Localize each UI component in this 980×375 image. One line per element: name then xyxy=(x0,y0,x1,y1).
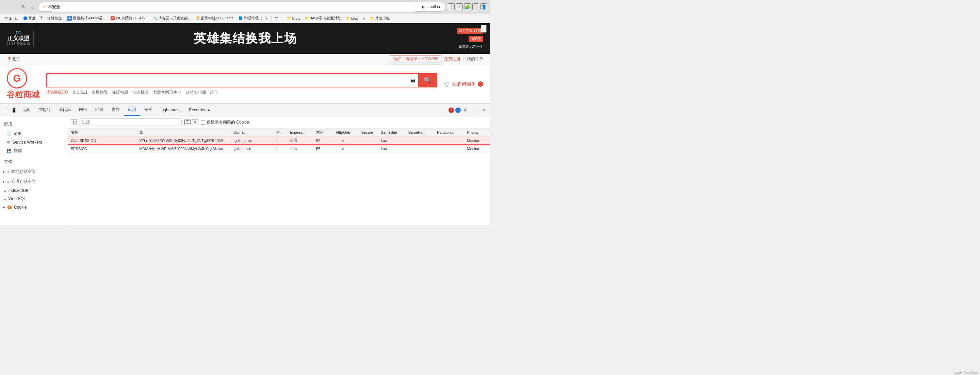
bookmark-oj[interactable]: 🏆 宿州学院OJ | Home xyxy=(194,15,235,21)
tab-security[interactable]: 安全 xyxy=(140,104,156,116)
ad-promo1: 满分下单 ¥119 xyxy=(457,28,483,34)
window-button[interactable]: ⬜ xyxy=(472,3,479,10)
settings-icon[interactable]: ⚙ xyxy=(462,106,469,114)
cookie-group[interactable]: ▶ 🍪 Cookie xyxy=(0,203,68,212)
home-button[interactable]: ⌂ xyxy=(29,3,36,10)
table-row[interactable]: SESSION MDMzNjkzMWEtMWZiYi00NWMyLWJhYzgt… xyxy=(68,145,490,153)
more-options-icon[interactable]: ⋮ xyxy=(471,106,479,114)
search-tag-6[interactable]: 超市 xyxy=(210,89,218,95)
site-logo-area: G 谷粒商城 xyxy=(7,68,40,100)
camera-icon[interactable]: 📷 xyxy=(408,78,418,83)
storage-section: 存储 ▶ ≡ 本地存储空间 ▶ ≡ 会话存储空间 ≡ IndexedDB ≡ xyxy=(0,157,68,212)
tab-console[interactable]: 控制台 xyxy=(34,104,54,116)
bookmark-button[interactable]: ☆ xyxy=(456,3,463,10)
search-button[interactable]: 🔍 xyxy=(418,74,437,87)
tab-application[interactable]: 应用 xyxy=(124,104,140,116)
search-tag-2[interactable]: 保暖特惠 xyxy=(112,89,128,95)
table-header-row: 名称 值 Domain P... Expires... 大小 HttpOnly … xyxy=(68,128,490,137)
bookmark-bilibili-label: 哔哩哔哩（゜-゜）つ... xyxy=(243,16,282,21)
bookmark-more[interactable]: » xyxy=(361,16,367,21)
cart-button[interactable]: 🛒 我的购物车 0 xyxy=(444,81,483,87)
bookmark-csdn[interactable]: C (36条消息) CSDN... xyxy=(108,15,150,21)
register-button[interactable]: 免费注册 xyxy=(444,56,460,62)
inspect-element-icon[interactable]: ⬚ xyxy=(3,106,10,114)
local-storage-icon: ≡ xyxy=(7,170,9,174)
cookie-httponly-1: ✓ xyxy=(331,145,356,153)
info-badge: 1 xyxy=(455,108,461,113)
login-prompt[interactable]: 你好，请登录：HGW689 xyxy=(390,55,441,63)
indexeddb-label: IndexedDB xyxy=(8,188,28,193)
bookmark-gmail[interactable]: ✉ Gmail xyxy=(3,16,21,21)
sidebar-item-websql[interactable]: ≡ Web SQL xyxy=(0,195,68,203)
session-storage-group[interactable]: ▶ ≡ 会话存储空间 xyxy=(0,176,68,186)
refresh-cookies-button[interactable]: ↻ xyxy=(71,119,77,125)
refresh-button[interactable]: ↻ xyxy=(21,3,27,10)
filter-options-button[interactable]: ☰ xyxy=(185,119,191,125)
bookmark-java[interactable]: 📁 JAVA学习就业计划 xyxy=(303,15,343,21)
devtools: ⬚ 📱 元素 控制台 源代码 网络 性能 内存 应用 安全 Lighthouse… xyxy=(0,103,490,225)
cookie-label: Cookie xyxy=(14,205,27,210)
extension-button[interactable]: 🧩 xyxy=(464,3,471,10)
expand-session-storage-icon: ▶ xyxy=(3,180,5,183)
tab-performance[interactable]: 性能 xyxy=(91,104,108,116)
th-domain: Domain xyxy=(231,128,274,137)
search-tag-3[interactable]: 洗衣机节 xyxy=(132,89,149,95)
forward-button[interactable]: → xyxy=(11,3,18,10)
expand-cookie-icon: ▶ xyxy=(3,205,5,209)
storage-section-title: 存储 xyxy=(0,157,68,167)
tab-recorder[interactable]: Recorder ▲ xyxy=(185,105,215,116)
sidebar-item-indexeddb[interactable]: ≡ IndexedDB xyxy=(0,186,68,195)
bookmark-blog[interactable]: 📁 blog xyxy=(344,16,360,21)
sidebar-item-service-workers[interactable]: ⚙ Service Workers xyxy=(0,138,68,146)
bookmark-tools[interactable]: 📁 Tools xyxy=(285,16,302,21)
bookmark-translate[interactable]: 译 百度翻译-200种语... xyxy=(65,15,108,21)
indexeddb-icon: ≡ xyxy=(4,189,6,192)
search-tag-4[interactable]: 七度空间卫生巾 xyxy=(153,89,181,95)
clear-filter-button[interactable]: ✕ xyxy=(192,119,198,125)
bookmark-bilibili[interactable]: 📘 哔哩哔哩（゜-゜）つ... xyxy=(237,15,284,21)
device-toolbar-icon[interactable]: 📱 xyxy=(10,106,18,114)
show-issues-checkbox[interactable] xyxy=(201,120,205,124)
ad-close-button[interactable]: ✕ xyxy=(481,25,487,33)
storage-icon: 💾 xyxy=(7,149,11,153)
search-tag-1[interactable]: 农用物资 xyxy=(92,89,108,95)
tab-elements[interactable]: 元素 xyxy=(18,104,34,116)
search-tag-0[interactable]: 金立S11 xyxy=(72,89,88,95)
cookie-secure-1 xyxy=(356,145,378,153)
cookie-size-0: 59 xyxy=(313,137,331,145)
local-storage-group[interactable]: ▶ ≡ 本地存储空间 xyxy=(0,167,68,176)
cookie-samesite-0: Lax xyxy=(378,137,405,145)
close-devtools-icon[interactable]: ✕ xyxy=(480,106,487,114)
share-button[interactable]: ⇧ xyxy=(448,3,455,10)
bookmark-cnblogs[interactable]: 🔍 博客园 - 开发者的... xyxy=(151,15,193,21)
sidebar-manifest-label: 清单 xyxy=(14,131,22,137)
my-orders-button[interactable]: 我的订单 xyxy=(467,56,483,62)
address-bar[interactable]: ⚠ 不安全 gulimall.cn xyxy=(38,2,446,11)
bookmark-baidu[interactable]: 🔵 百度一下，你就知道 xyxy=(21,15,64,21)
show-issues-checkbox-label[interactable]: 仅显示有问题的 Cookie xyxy=(201,119,249,125)
sidebar-item-storage[interactable]: 💾 存储 xyxy=(0,146,68,156)
cookie-samepa-0 xyxy=(405,137,434,145)
tab-memory[interactable]: 内存 xyxy=(108,104,124,116)
bookmark-blog-label: blog xyxy=(351,16,358,21)
tab-sources[interactable]: 源代码 xyxy=(54,104,75,116)
error-badge: 1 xyxy=(449,108,454,113)
search-input[interactable] xyxy=(47,74,408,87)
promo-tag[interactable]: 满999减300 xyxy=(46,89,68,95)
sidebar-item-manifest[interactable]: 📄 清单 xyxy=(0,129,68,138)
cookie-secure-0 xyxy=(356,137,378,145)
website-content: DC 正义联盟 11/17 英雄集结 英雄集结换我上场 满分下单 ¥119 满9… xyxy=(0,23,490,103)
back-button[interactable]: ← xyxy=(3,3,10,10)
profile-button[interactable]: 👤 xyxy=(480,3,487,10)
blog-folder-icon: 📁 xyxy=(346,16,350,20)
tab-network[interactable]: 网络 xyxy=(75,104,91,116)
search-tag-5[interactable]: 自动波箱油 xyxy=(185,89,206,95)
table-row[interactable]: GULISESSION YThmYjllM2EtYWZhNy00NzJkLTg3… xyxy=(68,137,490,145)
url-text: gulimall.cn xyxy=(422,5,441,9)
filter-input[interactable] xyxy=(80,118,182,126)
tab-lighthouse[interactable]: Lighthouse xyxy=(156,105,185,116)
session-storage-label: 会话存储空间 xyxy=(11,179,36,184)
more-icon: » xyxy=(363,16,365,21)
dc-logo: DC xyxy=(7,31,30,35)
bookmark-other[interactable]: 📁 其他书签 xyxy=(368,15,392,21)
